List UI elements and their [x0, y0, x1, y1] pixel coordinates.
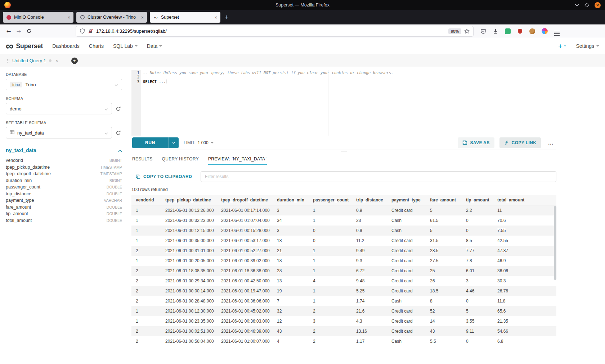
- nav-item-charts[interactable]: Charts: [89, 43, 104, 49]
- grid-cell: 1: [309, 296, 352, 306]
- url-bar[interactable]: 172.18.0.4:32295/superset/sqllab/ 90%: [76, 26, 474, 37]
- save-as-button[interactable]: SAVE AS: [458, 137, 494, 148]
- extension-icon[interactable]: [503, 26, 513, 36]
- schema-column-row: tip_amountDOUBLE: [6, 210, 122, 217]
- refresh-schema-icon[interactable]: [116, 106, 122, 112]
- pocket-icon[interactable]: [478, 26, 488, 36]
- tab-results[interactable]: RESULTS: [132, 156, 153, 165]
- grid-cell: 2.2: [462, 205, 493, 216]
- tab-close-icon[interactable]: ×: [67, 15, 70, 20]
- grid-scrollbar[interactable]: [554, 206, 556, 280]
- limit-dropdown[interactable]: LIMIT: 1 000: [184, 140, 214, 145]
- window-close-button[interactable]: ✕: [595, 2, 601, 8]
- collapse-chevron-up-icon[interactable]: [118, 147, 122, 154]
- chevron-down-icon: [104, 129, 108, 136]
- grid-cell: 2021-06-01 01:07:04.000: [217, 215, 273, 226]
- grid-column-header[interactable]: tpep_pickup_datetime: [161, 195, 217, 205]
- grid-column-header[interactable]: tip_amount: [462, 195, 493, 205]
- filter-results-input[interactable]: [201, 171, 556, 182]
- drag-handle-icon[interactable]: [7, 59, 9, 63]
- insecure-lock-icon[interactable]: [88, 28, 93, 34]
- shield-icon[interactable]: [80, 28, 85, 34]
- sql-editor[interactable]: 1 2 3 -- Note: Unless you save your quer…: [131, 70, 556, 136]
- new-tab-button[interactable]: +: [225, 14, 229, 21]
- grid-column-header[interactable]: trip_distance: [352, 195, 387, 205]
- grid-column-header[interactable]: tpep_dropoff_datetime: [217, 195, 273, 205]
- maximize-icon[interactable]: [584, 3, 589, 8]
- grid-cell: 2021-06-01 00:52:27.000: [217, 246, 273, 256]
- row-count-text: 100 rows returned: [131, 187, 556, 192]
- schema-column-row: vendoridBIGINT: [6, 157, 122, 164]
- grid-column-header[interactable]: fare_amount: [426, 195, 462, 205]
- table-row: 12021-06-01 00:13:26.0002021-06-01 00:17…: [131, 205, 556, 216]
- pane-resize-handle[interactable]: [341, 150, 347, 153]
- nav-label: Dashboards: [52, 43, 80, 49]
- table-name-heading[interactable]: ny_taxi_data: [6, 147, 36, 153]
- nav-item-sql-lab[interactable]: SQL Lab: [113, 43, 138, 49]
- grid-cell: 7.8: [462, 256, 493, 266]
- column-name: total_amount: [6, 218, 32, 223]
- grid-cell: 11.2: [352, 236, 387, 246]
- grid-cell: 65.6: [493, 306, 556, 316]
- refresh-table-icon[interactable]: [116, 130, 122, 136]
- editor-toolbar: RUN LIMIT: 1 000 SAVE AS COPY LINK ...: [131, 136, 556, 150]
- grid-column-header[interactable]: passenger_count: [309, 195, 352, 205]
- table-select[interactable]: ny_taxi_data: [6, 127, 112, 138]
- copy-link-button[interactable]: COPY LINK: [499, 137, 541, 148]
- grid-column-header[interactable]: vendorid: [131, 195, 161, 205]
- browser-tab-minio[interactable]: MinIO Console ×: [3, 12, 73, 23]
- grid-cell: 21.35: [493, 316, 556, 326]
- grid-cell: 2021-06-01 00:31:01.000: [161, 246, 217, 256]
- editor-code-area[interactable]: -- Note: Unless you save your query, the…: [141, 70, 556, 136]
- tab-preview[interactable]: PREVIEW: `NY_TAXI_DATA`: [208, 156, 267, 165]
- grid-cell: 2: [131, 286, 161, 296]
- back-button[interactable]: ←: [4, 26, 14, 36]
- pinwheel-extension-icon[interactable]: [539, 26, 550, 36]
- tab-close-icon[interactable]: ×: [141, 15, 144, 20]
- new-item-button[interactable]: +: [558, 42, 566, 50]
- grid-cell: 52: [426, 306, 462, 316]
- link-icon: [504, 140, 509, 145]
- grid-cell: 13: [273, 276, 309, 286]
- menu-icon[interactable]: [552, 26, 562, 36]
- nav-item-dashboards[interactable]: Dashboards: [52, 43, 80, 49]
- database-select[interactable]: trino Trino: [6, 79, 122, 90]
- settings-menu[interactable]: Settings: [576, 43, 599, 49]
- add-query-tab-button[interactable]: +: [71, 58, 78, 64]
- grid-cell: Cash: [387, 296, 426, 306]
- nav-item-data[interactable]: Data: [147, 43, 162, 49]
- run-button[interactable]: RUN: [132, 137, 168, 148]
- grid-column-header[interactable]: total_amount: [493, 195, 556, 205]
- browser-tab-trino[interactable]: Cluster Overview - Trino ×: [76, 12, 147, 23]
- query-tab-close-icon[interactable]: ×: [55, 58, 58, 63]
- superset-logo-icon[interactable]: ∞: [6, 42, 13, 50]
- reload-button[interactable]: [24, 26, 34, 36]
- grid-cell: 2021-06-01 00:23:35.000: [161, 316, 217, 326]
- grid-cell: 30.3: [493, 276, 556, 286]
- browser-tab-superset[interactable]: ∞ Superset ×: [150, 12, 220, 23]
- zoom-level-badge[interactable]: 90%: [448, 28, 461, 34]
- grid-column-header[interactable]: payment_type: [387, 195, 426, 205]
- query-tab-untitled[interactable]: Untitled Query 1 ×: [4, 54, 62, 67]
- forward-button[interactable]: →: [14, 26, 24, 36]
- copy-to-clipboard-button[interactable]: COPY TO CLIPBOARD: [131, 171, 196, 182]
- minimize-chevron-icon[interactable]: [575, 4, 579, 6]
- grid-cell: 2021-06-01 18:08:35.000: [161, 266, 217, 276]
- run-options-caret[interactable]: [168, 137, 179, 148]
- grid-column-header[interactable]: duration_min: [273, 195, 309, 205]
- schema-select[interactable]: demo: [6, 103, 112, 114]
- grid-cell: 2021-06-01 00:13:26.000: [161, 205, 217, 216]
- grid-cell: 2: [131, 266, 161, 276]
- downloads-icon[interactable]: [490, 26, 501, 36]
- more-options-button[interactable]: ...: [548, 140, 554, 146]
- tab-query-history[interactable]: QUERY HISTORY: [162, 156, 199, 165]
- bookmark-star-icon[interactable]: [464, 28, 470, 34]
- url-text[interactable]: 172.18.0.4:32295/superset/sqllab/: [96, 28, 167, 34]
- grid-cell: 2021-06-01 00:28:48.000: [161, 296, 217, 306]
- brand-name[interactable]: Superset: [16, 42, 43, 50]
- grid-cell: 2: [131, 336, 161, 346]
- ublock-extension-icon[interactable]: [515, 26, 525, 36]
- grid-cell: 7: [273, 296, 309, 306]
- cookie-extension-icon[interactable]: [527, 26, 537, 36]
- tab-close-icon[interactable]: ×: [214, 15, 217, 20]
